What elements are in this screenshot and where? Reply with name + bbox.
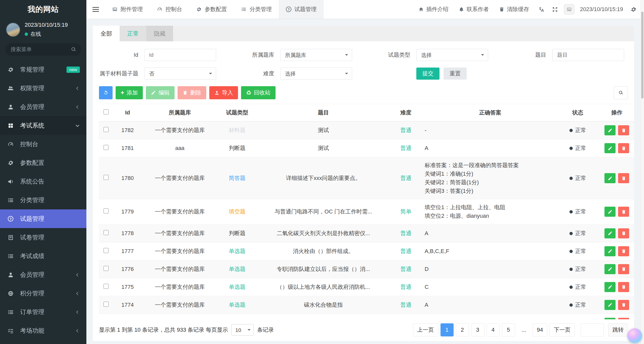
- topbar-avatar[interactable]: [564, 4, 574, 15]
- row-edit-button[interactable]: [604, 207, 616, 217]
- tab-category[interactable]: 分类管理: [234, 0, 279, 19]
- tab-questions[interactable]: ?试题管理: [279, 0, 324, 19]
- page-button-2[interactable]: 2: [456, 323, 469, 336]
- row-checkbox[interactable]: [104, 266, 109, 271]
- type-filter-select[interactable]: 选择: [416, 49, 488, 61]
- add-button[interactable]: +添加: [116, 86, 143, 99]
- jump-page-input[interactable]: [581, 323, 604, 336]
- row-edit-button[interactable]: [604, 300, 616, 310]
- delete-toolbar-button[interactable]: 删除: [178, 86, 206, 99]
- row-delete-button[interactable]: [618, 264, 629, 274]
- id-filter-input[interactable]: [144, 49, 216, 61]
- row-delete-button[interactable]: [618, 207, 629, 217]
- tab-console[interactable]: 控制台: [150, 0, 189, 19]
- scrollbar-thumb[interactable]: [641, 12, 643, 99]
- row-checkbox[interactable]: [104, 145, 109, 150]
- sidebar-item-category[interactable]: 分类管理: [0, 191, 86, 209]
- page-button-5[interactable]: 5: [502, 323, 515, 336]
- row-edit-button[interactable]: [604, 143, 616, 153]
- tab-attach[interactable]: 附件管理: [105, 0, 150, 19]
- link-plugin[interactable]: 插件介绍: [413, 0, 454, 19]
- row-checkbox[interactable]: [104, 284, 109, 289]
- import-button[interactable]: 导入: [209, 86, 238, 99]
- language-button[interactable]: [534, 0, 548, 19]
- row-checkbox[interactable]: [104, 248, 109, 253]
- pencil-icon: [608, 302, 613, 307]
- sidebar-item-auth[interactable]: 权限管理: [0, 79, 86, 98]
- row-edit-button[interactable]: [604, 282, 616, 292]
- row-delete-button[interactable]: [618, 228, 629, 238]
- site-title: 我的网站: [0, 0, 86, 19]
- sidebar-item-scores[interactable]: 考试成绩: [0, 247, 86, 265]
- row-delete-button[interactable]: [618, 143, 629, 153]
- row-delete-button[interactable]: [618, 173, 629, 183]
- sidebar-item-params[interactable]: 参数配置: [0, 153, 86, 172]
- row-checkbox[interactable]: [104, 302, 109, 307]
- sidebar-item-papers[interactable]: 试卷管理: [0, 228, 86, 247]
- row-delete-button[interactable]: [618, 125, 629, 135]
- page-button-4[interactable]: 4: [487, 323, 500, 336]
- assistant-logo[interactable]: [627, 328, 642, 343]
- difficulty-filter-select[interactable]: 选择: [280, 68, 352, 80]
- status-tab-normal[interactable]: 正常: [120, 26, 146, 41]
- page-button-3[interactable]: 3: [471, 323, 484, 336]
- sidebar-item-examroom[interactable]: 考场功能: [0, 321, 86, 340]
- settings-button[interactable]: [627, 0, 640, 19]
- status-tab-hidden[interactable]: 隐藏: [146, 26, 173, 41]
- row-checkbox[interactable]: [104, 175, 109, 180]
- menu-label: 积分管理: [20, 289, 44, 297]
- row-checkbox[interactable]: [104, 230, 109, 235]
- sidebar-item-orders[interactable]: 订单管理: [0, 303, 86, 321]
- select-all-checkbox[interactable]: [104, 109, 109, 114]
- prev-page-button[interactable]: 上一页: [413, 323, 438, 336]
- bank-filter-select[interactable]: 所属题库: [280, 49, 352, 61]
- table-row: 1777一个需要支付的题库单选题消火栓由（）部件组成。普通A,B,C,E,F正常: [99, 242, 634, 260]
- pencil-icon: [608, 267, 613, 271]
- row-checkbox[interactable]: [104, 208, 109, 213]
- row-edit-button[interactable]: [604, 228, 616, 238]
- sidebar-item-notice[interactable]: 系统公告: [0, 172, 86, 191]
- sidebar-item-general[interactable]: 常规管理new: [0, 60, 86, 79]
- jump-button[interactable]: 跳转: [608, 323, 628, 336]
- menu-label: 分类管理: [20, 196, 44, 204]
- cell-type: 填空题: [218, 199, 257, 224]
- link-clearcache[interactable]: 清除缓存: [494, 0, 534, 19]
- row-delete-button[interactable]: [618, 300, 629, 310]
- sidebar-item-member[interactable]: 会员管理: [0, 98, 86, 116]
- sidebar-item-console[interactable]: 控制台: [0, 135, 86, 153]
- cell-status: 正常: [559, 296, 597, 314]
- link-contact[interactable]: 联系作者: [454, 0, 494, 19]
- row-delete-button[interactable]: [618, 246, 629, 256]
- submit-button[interactable]: 提交: [416, 68, 439, 80]
- page-button-1[interactable]: 1: [440, 323, 454, 336]
- row-checkbox[interactable]: [104, 127, 109, 132]
- row-delete-button[interactable]: [618, 282, 629, 292]
- add-label: 添加: [127, 89, 138, 97]
- sidebar-item-member2[interactable]: 会员管理: [0, 265, 86, 284]
- title-filter-input[interactable]: [552, 49, 624, 61]
- tab-params[interactable]: 参数配置: [189, 0, 234, 19]
- table-search-button[interactable]: [614, 86, 628, 99]
- menu-search-input[interactable]: [5, 43, 81, 56]
- sidebar-item-exam[interactable]: 考试系统: [0, 116, 86, 135]
- per-page-select[interactable]: 10: [231, 324, 254, 336]
- row-edit-button[interactable]: [604, 246, 616, 256]
- sidebar-item-questions[interactable]: ?试题管理: [0, 209, 86, 228]
- refresh-button[interactable]: [99, 86, 113, 99]
- row-edit-button[interactable]: [604, 264, 616, 274]
- menu-toggle-button[interactable]: [86, 0, 105, 19]
- recycle-bin-button[interactable]: ♻回收站: [241, 86, 276, 99]
- fullscreen-button[interactable]: [548, 0, 562, 19]
- edit-toolbar-button[interactable]: 编辑: [146, 86, 175, 99]
- next-page-button[interactable]: 下一页: [550, 323, 575, 336]
- material-filter-select[interactable]: 否: [144, 68, 216, 80]
- page-button-94[interactable]: 94: [533, 323, 547, 336]
- sidebar-item-points[interactable]: 积分管理: [0, 284, 86, 303]
- row-edit-button[interactable]: [604, 173, 616, 183]
- status-tab-all[interactable]: 全部: [93, 26, 120, 41]
- pencil-icon: [151, 90, 156, 95]
- link-label: 联系作者: [467, 6, 489, 13]
- search-icon: [618, 90, 623, 95]
- reset-button[interactable]: 重置: [444, 68, 467, 80]
- row-edit-button[interactable]: [604, 125, 616, 135]
